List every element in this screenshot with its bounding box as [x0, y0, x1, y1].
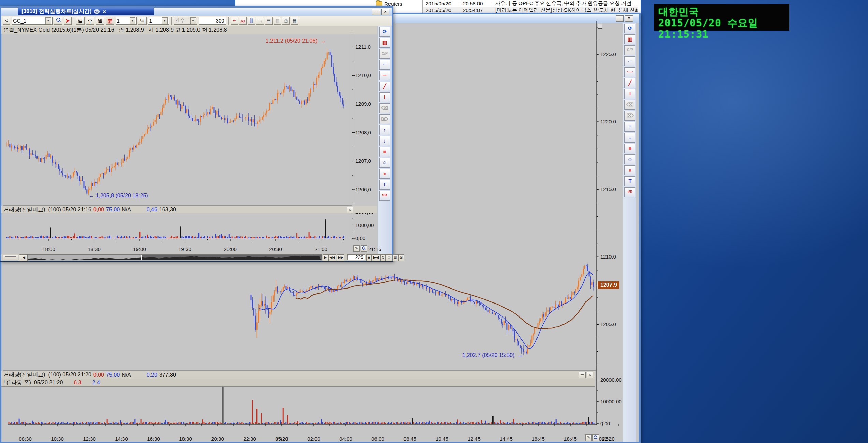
volume-down-value: 0,00: [93, 207, 104, 213]
jump-end-button[interactable]: ▶▶: [337, 254, 344, 261]
zoom-out-button[interactable]: ⊖: [386, 254, 392, 261]
svg-text:1207,0: 1207,0: [355, 158, 371, 164]
nav-glyph-buttons: ◆▶◀⊕⊖▦⊠: [366, 254, 404, 261]
time-tick-label: 12:30: [77, 436, 101, 442]
visible-bar-count-input[interactable]: [347, 254, 365, 260]
collapse-button[interactable]: ▶◀: [372, 254, 380, 261]
close-pane-button[interactable]: ⊠: [398, 254, 404, 261]
time-tick-label: 12:45: [462, 436, 486, 442]
volume-na: N/A: [122, 372, 131, 378]
folder-icon: [376, 1, 382, 6]
volume-value: 163,30: [159, 207, 176, 213]
time-tick-label: 18:00: [37, 246, 61, 252]
volume-value: 377.80: [159, 372, 176, 378]
back-volume-pane-controls: ─ x: [579, 372, 593, 378]
news-headline: 사우디 등 OPEC 주요 산유국, 中의 추가 원유공급 요청 거절: [492, 0, 638, 7]
news-row[interactable]: 2015/05/20 20:54:07 [미리보는 이데일리 신문]삼성·SK하…: [423, 7, 638, 13]
back-wave-header: ! (1파동 폭) 05/20 21:20 6.3 2.4: [1, 379, 595, 387]
grid-toggle-button[interactable]: ▦: [392, 254, 398, 261]
volume-up-value: 75.00: [106, 372, 120, 378]
back-axis-tools: ✎: [585, 434, 599, 441]
high-price-annotation: 1,211,2 (05/20 21:06) →: [266, 38, 326, 44]
desktop-clock-widget: 대한민국 2015/05/20 수요일 21:15:31: [654, 4, 789, 31]
jump-start-button[interactable]: ◀◀: [328, 254, 336, 261]
wave-blue-value: 2.4: [92, 380, 100, 386]
volume-na: N/A: [122, 207, 131, 213]
news-row[interactable]: 2015/05/20 20:58:00 사우디 등 OPEC 주요 산유국, 中…: [423, 0, 638, 7]
svg-text:1000,00: 1000,00: [355, 222, 374, 228]
svg-text:1209,0: 1209,0: [355, 101, 371, 107]
nav-buttons: ▶◀◀▶▶: [323, 254, 344, 261]
time-tick-label: 18:45: [558, 436, 582, 442]
time-tick-label: 20:30: [264, 246, 288, 252]
svg-text:1211,0: 1211,0: [355, 44, 371, 50]
volume-pane-close-button[interactable]: x: [347, 207, 353, 213]
last-price-tag: 1207.9: [597, 281, 619, 289]
front-chart-plot[interactable]: 1211,01210,01209,01208,01207,01206,02000…: [1, 8, 392, 260]
step-right-button[interactable]: ▶: [323, 254, 328, 261]
time-tick-label: 18:30: [174, 436, 197, 442]
time-tick-label: 04:00: [334, 436, 358, 442]
volume-label: 거래량(전일비교) (100) 05/20 21:20: [3, 371, 91, 379]
time-tick-label: 20:00: [218, 246, 242, 252]
pane-maximize-box[interactable]: [598, 24, 602, 29]
volume-label: 거래량(전일비교) (100) 05/20 21:16: [3, 206, 91, 213]
zoom-in-button[interactable]: ⊕: [380, 254, 386, 261]
svg-text:1208,0: 1208,0: [355, 130, 371, 135]
time-tick-label: 08:30: [13, 436, 37, 442]
svg-text:1220.0: 1220.0: [600, 119, 616, 124]
time-tick-label: 16:45: [526, 436, 550, 442]
front-end-time: 21:16: [368, 246, 381, 252]
back-end-time: 21:20: [602, 436, 615, 442]
volume-up-value: 75,00: [106, 207, 120, 213]
svg-text:0.00: 0.00: [600, 420, 610, 426]
magnifier-icon[interactable]: [361, 245, 367, 252]
news-time: 20:54:07: [460, 7, 492, 13]
clock-country: 대한민국: [658, 6, 785, 17]
time-tick-label: 05/20: [270, 436, 294, 442]
pane-minimize-button[interactable]: ─: [579, 372, 586, 378]
time-tick-label: 14:45: [494, 436, 518, 442]
magnifier-icon[interactable]: [592, 434, 599, 441]
volume-down-value: 0.00: [93, 372, 104, 378]
chart-scrollbar-row: ◀ ▶◀◀▶▶ ◆▶◀⊕⊖▦⊠: [1, 254, 392, 261]
svg-text:0,00: 0,00: [355, 235, 365, 241]
svg-text:1206,0: 1206,0: [355, 187, 371, 192]
wave-label: ! (1파동 폭) 05/20 21:20: [3, 379, 63, 386]
front-volume-header: 거래량(전일비교) (100) 05/20 21:16 0,00 75,00 N…: [1, 206, 377, 213]
front-chart-window: [3010] 전략실행차트(실시간) ∞ ✕ _ x < GC_1▼ ➤ 일 주…: [0, 6, 393, 261]
svg-text:1210.0: 1210.0: [600, 254, 616, 260]
pane-close-button[interactable]: x: [587, 372, 593, 378]
low-price-annotation: ← 1,205,8 (05/20 18:25): [89, 193, 148, 199]
svg-text:1215.0: 1215.0: [600, 186, 616, 192]
svg-text:1210,0: 1210,0: [355, 72, 371, 78]
minimap-track[interactable]: [27, 254, 322, 261]
splitter-grip[interactable]: [3, 255, 18, 260]
front-time-axis: 18:0018:3019:0019:3020:0020:3021:00: [1, 246, 353, 253]
time-tick-label: 19:30: [173, 246, 197, 252]
time-tick-label: 10:30: [45, 436, 69, 442]
desktop: { "desktop": { "clock": {"line1": "대한민국"…: [0, 0, 868, 443]
time-tick-label: 06:00: [366, 436, 390, 442]
diamond-button[interactable]: ◆: [366, 254, 372, 261]
time-tick-label: 19:00: [128, 246, 151, 252]
pencil-icon[interactable]: ✎: [353, 245, 360, 252]
back-time-axis: 08:3010:3012:3014:3016:3018:3020:3022:30…: [1, 436, 598, 443]
time-tick-label: 18:30: [82, 246, 106, 252]
time-tick-label: 21:00: [309, 246, 333, 252]
news-time: 20:58:00: [460, 1, 492, 6]
time-tick-label: 14:30: [109, 436, 133, 442]
low-price-annotation: 1,202.7 (05/20 15:50) →: [462, 352, 523, 358]
time-tick-label: 10:45: [430, 436, 454, 442]
minimap-thumb[interactable]: [141, 255, 322, 260]
time-tick-label: 02:00: [302, 436, 326, 442]
svg-text:1205.0: 1205.0: [600, 321, 616, 327]
volume-ratio: 0,46: [147, 207, 157, 213]
news-divider: [422, 0, 423, 14]
volume-ratio: 0.20: [147, 372, 157, 378]
time-tick-label: 20:30: [206, 436, 230, 442]
pencil-icon[interactable]: ✎: [585, 434, 592, 441]
news-date: 2015/05/20: [423, 7, 460, 13]
front-axis-tools: ✎: [353, 245, 367, 252]
news-headline: [미리보는 이데일리 신문]삼성·SK하이닉스 '반도체 한국' 새 신화 썼다: [492, 7, 638, 13]
